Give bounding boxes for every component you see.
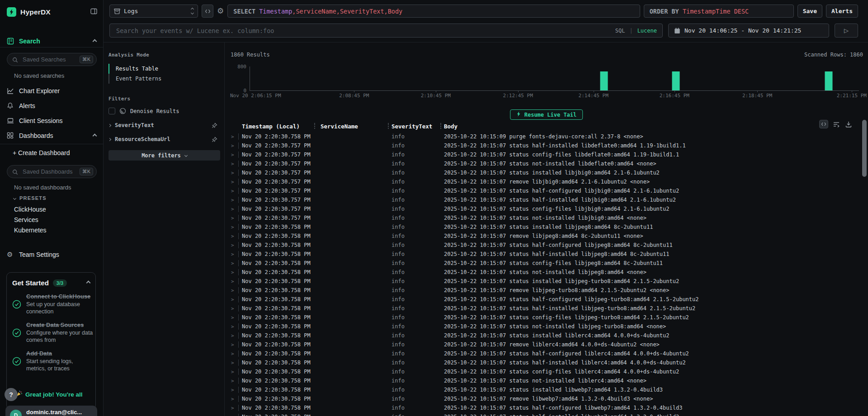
table-row[interactable]: > Nov 20 2:20:30.758 PM info 2025-10-22 … [225, 304, 868, 313]
filter-group-resourceschemaurl[interactable]: ResourceSchemaUrl [108, 136, 220, 142]
sidebar-preset-services[interactable]: Services [14, 216, 38, 223]
resume-live-tail-button[interactable]: Resume Live Tail [510, 109, 583, 120]
select-clause-input[interactable]: SELECT Timestamp,ServiceName,SeverityTex… [227, 5, 640, 18]
table-row[interactable]: > Nov 20 2:20:30.758 PM info 2025-10-22 … [225, 331, 868, 340]
row-expand-chevron[interactable]: > [225, 197, 238, 203]
column-header-timestamp[interactable]: Timestamp (Local) [238, 121, 314, 131]
histogram-bar[interactable] [600, 71, 608, 90]
table-row[interactable]: > Nov 20 2:20:30.758 PM info 2025-10-22 … [225, 132, 868, 141]
row-expand-chevron[interactable]: > [225, 378, 238, 384]
saved-searches-input[interactable]: ⌘K [7, 53, 97, 66]
table-row[interactable]: > Nov 20 2:20:30.758 PM info 2025-10-22 … [225, 286, 868, 295]
row-expand-chevron[interactable]: > [225, 188, 238, 194]
sidebar-item-chart-explorer[interactable]: Chart Explorer [7, 85, 96, 97]
row-expand-chevron[interactable]: > [225, 405, 238, 411]
denoise-results-option[interactable]: Denoise Results [108, 108, 220, 114]
mode-event-patterns[interactable]: Event Patterns [108, 74, 220, 84]
wrap-lines-icon[interactable] [832, 120, 840, 128]
table-row[interactable]: > Nov 20 2:20:30.758 PM info 2025-10-22 … [225, 394, 868, 403]
table-row[interactable]: > Nov 20 2:20:30.757 PM info 2025-10-22 … [225, 186, 868, 195]
row-expand-chevron[interactable]: > [225, 333, 238, 339]
table-row[interactable]: > Nov 20 2:20:30.758 PM info 2025-10-22 … [225, 259, 868, 268]
table-row[interactable]: > Nov 20 2:20:30.757 PM info 2025-10-22 … [225, 159, 868, 168]
sidebar-item-alerts[interactable]: Alerts [7, 100, 96, 112]
table-row[interactable]: > Nov 20 2:20:30.758 PM info 2025-10-22 … [225, 385, 868, 394]
table-row[interactable]: > Nov 20 2:20:30.758 PM info 2025-10-22 … [225, 313, 868, 322]
row-expand-chevron[interactable]: > [225, 324, 238, 330]
step-add-data[interactable]: Add Data Start sending logs, metrics, or… [12, 350, 90, 373]
sidebar-preset-clickhouse[interactable]: ClickHouse [14, 206, 46, 213]
chevron-up-icon[interactable] [86, 281, 91, 285]
row-expand-chevron[interactable]: > [225, 233, 238, 239]
filter-group-severitytext[interactable]: SeverityText [108, 122, 220, 128]
table-row[interactable]: > Nov 20 2:20:30.758 PM info 2025-10-22 … [225, 322, 868, 331]
column-config-code-icon[interactable] [819, 120, 828, 128]
row-expand-chevron[interactable]: > [225, 360, 238, 366]
row-expand-chevron[interactable]: > [225, 206, 238, 212]
column-header-body[interactable]: Body [440, 121, 862, 131]
order-by-input[interactable]: ORDER BY TimestampTime DESC [644, 5, 794, 18]
sidebar-item-search[interactable]: Search [7, 35, 96, 47]
source-select[interactable]: Logs [109, 5, 198, 18]
step-create-data-sources[interactable]: Create Data Sources Configure where your… [12, 321, 90, 344]
row-expand-chevron[interactable]: > [225, 269, 238, 275]
results-histogram[interactable]: 800 0 Nov 20 2:06:15 PM2:08:45 PM2:10:45… [250, 66, 859, 91]
row-expand-chevron[interactable]: > [225, 297, 238, 303]
sidebar-preset-kubernetes[interactable]: Kubernetes [14, 227, 47, 234]
search-field[interactable] [115, 27, 611, 35]
download-icon[interactable] [844, 120, 853, 128]
chevron-up-icon[interactable] [93, 133, 97, 138]
table-row[interactable]: > Nov 20 2:20:30.758 PM info 2025-10-22 … [225, 412, 868, 416]
saved-dashboards-input[interactable]: ⌘K [7, 165, 97, 178]
row-expand-chevron[interactable]: > [225, 242, 238, 248]
row-expand-chevron[interactable]: > [225, 396, 238, 402]
table-row[interactable]: > Nov 20 2:20:30.757 PM info 2025-10-22 … [225, 177, 868, 186]
get-started-header[interactable]: Get Started 3/3 [12, 279, 90, 287]
presets-section-toggle[interactable]: PRESETS [14, 195, 47, 201]
histogram-bar[interactable] [825, 71, 832, 90]
table-row[interactable]: > Nov 20 2:20:30.757 PM info 2025-10-22 … [225, 141, 868, 150]
table-row[interactable]: > Nov 20 2:20:30.758 PM info 2025-10-22 … [225, 295, 868, 304]
vertical-scrollbar-thumb[interactable] [862, 120, 867, 177]
table-row[interactable]: > Nov 20 2:20:30.757 PM info 2025-10-22 … [225, 195, 868, 204]
table-row[interactable]: > Nov 20 2:20:30.757 PM info 2025-10-22 … [225, 213, 868, 222]
table-row[interactable]: > Nov 20 2:20:30.758 PM info 2025-10-22 … [225, 268, 868, 277]
column-header-severitytext[interactable]: SeverityText [388, 121, 440, 131]
collapse-sidebar-icon[interactable] [90, 8, 98, 17]
pin-icon[interactable] [212, 137, 217, 142]
event-search-input[interactable]: SQL | Lucene [109, 24, 663, 38]
row-expand-chevron[interactable]: > [225, 279, 238, 284]
row-expand-chevron[interactable]: > [225, 143, 238, 149]
row-expand-chevron[interactable]: > [225, 414, 238, 416]
sidebar-item-team-settings[interactable]: ⚙ Team Settings [7, 249, 96, 260]
user-account-chip[interactable]: D dominic.tran@clic... dominic.tran@clic… [5, 406, 97, 416]
table-row[interactable]: > Nov 20 2:20:30.758 PM info 2025-10-22 … [225, 241, 868, 250]
more-filters-button[interactable]: More filters [108, 150, 220, 161]
row-expand-chevron[interactable]: > [225, 342, 238, 348]
lucene-language-toggle[interactable]: Lucene [637, 28, 657, 34]
row-expand-chevron[interactable]: > [225, 152, 238, 158]
chevron-up-icon[interactable] [93, 39, 97, 43]
table-row[interactable]: > Nov 20 2:20:30.758 PM info 2025-10-22 … [225, 232, 868, 241]
table-row[interactable]: > Nov 20 2:20:30.758 PM info 2025-10-22 … [225, 222, 868, 232]
row-expand-chevron[interactable]: > [225, 134, 238, 140]
sidebar-item-dashboards[interactable]: Dashboards [7, 130, 96, 142]
row-expand-chevron[interactable]: > [225, 387, 238, 393]
column-header-servicename[interactable]: ServiceName [314, 121, 388, 131]
table-row[interactable]: > Nov 20 2:20:30.758 PM info 2025-10-22 … [225, 250, 868, 259]
run-query-button[interactable]: ▷ [835, 24, 858, 38]
row-expand-chevron[interactable]: > [225, 260, 238, 266]
row-expand-chevron[interactable]: > [225, 351, 238, 357]
row-expand-chevron[interactable]: > [225, 315, 238, 321]
source-settings-gear-icon[interactable]: ⚙ [217, 5, 224, 18]
table-row[interactable]: > Nov 20 2:20:30.757 PM info 2025-10-22 … [225, 150, 868, 159]
step-connect-clickhouse[interactable]: Connect to ClickHouse Set up your databa… [12, 293, 90, 316]
table-row[interactable]: > Nov 20 2:20:30.758 PM info 2025-10-22 … [225, 367, 868, 376]
row-expand-chevron[interactable]: > [225, 179, 238, 185]
create-dashboard-button[interactable]: + Create Dashboard [13, 149, 70, 156]
row-expand-chevron[interactable]: > [225, 215, 238, 221]
alerts-button[interactable]: Alerts [826, 5, 858, 18]
row-expand-chevron[interactable]: > [225, 288, 238, 293]
save-button[interactable]: Save [797, 5, 822, 18]
row-expand-chevron[interactable]: > [225, 161, 238, 167]
